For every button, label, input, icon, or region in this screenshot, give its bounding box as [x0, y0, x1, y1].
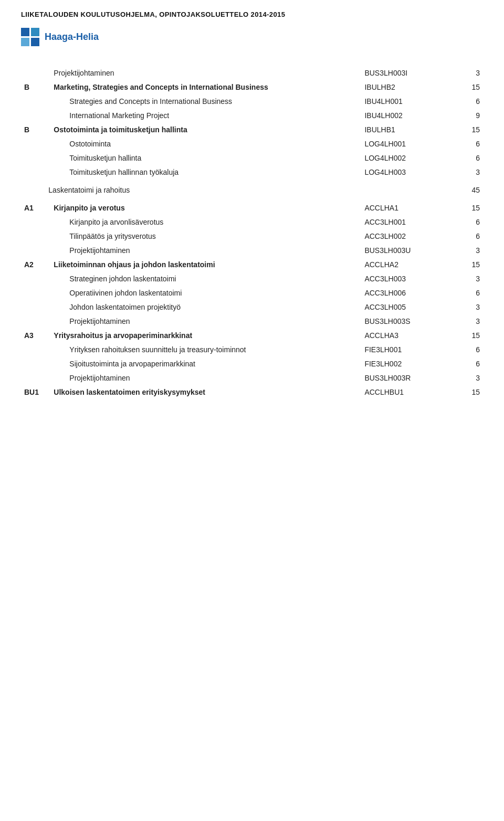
table-row: Kirjanpito ja arvonlisäverotus ACC3LH001… — [21, 215, 483, 229]
row-name: Toimitusketjun hallinta — [45, 151, 361, 165]
row-credits: 3 — [447, 272, 484, 286]
row-name: Tilinpäätös ja yritysverotus — [45, 229, 361, 244]
table-row: Toimitusketjun hallinta LOG4LH002 6 — [21, 151, 483, 165]
row-prefix — [21, 286, 45, 300]
row-credits: 6 — [447, 151, 484, 165]
row-prefix: B — [21, 123, 45, 137]
row-credits: 6 — [447, 215, 484, 229]
row-name: Strateginen johdon laskentatoimi — [45, 272, 361, 286]
row-prefix — [21, 151, 45, 165]
row-name: Kirjanpito ja arvonlisäverotus — [45, 215, 361, 229]
row-prefix — [21, 109, 45, 123]
table-row: Projektijohtaminen BUS3LH003U 3 — [21, 244, 483, 258]
row-prefix: B — [21, 80, 45, 94]
row-name: Yrityksen rahoituksen suunnittelu ja tre… — [45, 343, 361, 357]
row-prefix: A3 — [21, 329, 45, 343]
row-prefix — [21, 94, 45, 109]
section-prefix — [21, 180, 45, 197]
sq1 — [21, 28, 29, 36]
row-code: ACC3LH005 — [361, 300, 446, 314]
row-name: International Marketing Project — [45, 109, 361, 123]
table-row: Tilinpäätös ja yritysverotus ACC3LH002 6 — [21, 229, 483, 244]
row-name: Marketing, Strategies and Concepts in In… — [45, 80, 361, 94]
row-code: BUS3LH003R — [361, 371, 446, 385]
row-code: BUS3LH003I — [361, 66, 446, 80]
table-row: Sijoitustoiminta ja arvopaperimarkkinat … — [21, 357, 483, 371]
row-name: Johdon laskentatoimen projektityö — [45, 300, 361, 314]
row-credits: 15 — [447, 201, 484, 215]
row-credits: 3 — [447, 165, 484, 180]
spacer-row — [21, 197, 483, 201]
row-credits: 15 — [447, 329, 484, 343]
row-name: Ulkoisen laskentatoimen erityiskysymykse… — [45, 385, 361, 399]
table-row: Projektijohtaminen BUS3LH003R 3 — [21, 371, 483, 385]
table-row: International Marketing Project IBU4LH00… — [21, 109, 483, 123]
content-table: Projektijohtaminen BUS3LH003I 3 B Market… — [21, 62, 483, 399]
section-title: Laskentatoimi ja rahoitus — [45, 180, 361, 197]
row-name: Operatiivinen johdon laskentatoimi — [45, 286, 361, 300]
row-prefix: A2 — [21, 258, 45, 272]
row-code: ACCLHBU1 — [361, 385, 446, 399]
row-code: FIE3LH002 — [361, 357, 446, 371]
row-credits: 6 — [447, 94, 484, 109]
row-name: Kirjanpito ja verotus — [45, 201, 361, 215]
row-credits: 15 — [447, 385, 484, 399]
row-prefix — [21, 229, 45, 244]
row-prefix: BU1 — [21, 385, 45, 399]
table-row: Yrityksen rahoituksen suunnittelu ja tre… — [21, 343, 483, 357]
row-code: FIE3LH001 — [361, 343, 446, 357]
row-credits: 15 — [447, 123, 484, 137]
section-header-row: Laskentatoimi ja rahoitus 45 — [21, 180, 483, 197]
row-name: Yritysrahoitus ja arvopaperiminarkkinat — [45, 329, 361, 343]
section-total: 45 — [447, 180, 484, 197]
row-code: ACC3LH002 — [361, 229, 446, 244]
logo-squares — [21, 28, 39, 46]
row-credits: 3 — [447, 371, 484, 385]
row-name: Projektijohtaminen — [45, 66, 361, 80]
row-name: Projektijohtaminen — [45, 314, 361, 329]
page-title: LIIKETALOUDEN KOULUTUSOHJELMA, OPINTOJAK… — [21, 10, 483, 18]
row-name: Toimitusketjun hallinnan työkaluja — [45, 165, 361, 180]
row-credits: 6 — [447, 343, 484, 357]
row-credits: 3 — [447, 300, 484, 314]
logo-text: Haaga-Helia — [45, 31, 99, 43]
row-prefix — [21, 371, 45, 385]
row-credits: 15 — [447, 80, 484, 94]
sq4 — [31, 38, 39, 46]
row-code: ACCLHA3 — [361, 329, 446, 343]
row-name: Projektijohtaminen — [45, 371, 361, 385]
row-code: IBULHB2 — [361, 80, 446, 94]
row-code: IBULHB1 — [361, 123, 446, 137]
row-name: Sijoitustoiminta ja arvopaperimarkkinat — [45, 357, 361, 371]
row-code: ACCLHA1 — [361, 201, 446, 215]
row-name: Ostotoiminta ja toimitusketjun hallinta — [45, 123, 361, 137]
table-row: A2 Liiketoiminnan ohjaus ja johdon laske… — [21, 258, 483, 272]
row-credits: 6 — [447, 229, 484, 244]
row-code: BUS3LH003S — [361, 314, 446, 329]
table-row: A3 Yritysrahoitus ja arvopaperiminarkkin… — [21, 329, 483, 343]
row-credits: 6 — [447, 357, 484, 371]
row-code: ACCLHA2 — [361, 258, 446, 272]
row-prefix — [21, 300, 45, 314]
row-prefix — [21, 137, 45, 151]
table-row: Strateginen johdon laskentatoimi ACC3LH0… — [21, 272, 483, 286]
row-code: ACC3LH006 — [361, 286, 446, 300]
table-row: Projektijohtaminen BUS3LH003I 3 — [21, 66, 483, 80]
row-code: ACC3LH001 — [361, 215, 446, 229]
row-prefix — [21, 314, 45, 329]
row-credits: 15 — [447, 258, 484, 272]
table-row: A1 Kirjanpito ja verotus ACCLHA1 15 — [21, 201, 483, 215]
table-row: Ostotoiminta LOG4LH001 6 — [21, 137, 483, 151]
table-row: Johdon laskentatoimen projektityö ACC3LH… — [21, 300, 483, 314]
table-row: Operatiivinen johdon laskentatoimi ACC3L… — [21, 286, 483, 300]
sq3 — [21, 38, 29, 46]
sq2 — [31, 28, 39, 36]
section-code — [361, 180, 446, 197]
row-code: BUS3LH003U — [361, 244, 446, 258]
table-row: B Marketing, Strategies and Concepts in … — [21, 80, 483, 94]
row-code: ACC3LH003 — [361, 272, 446, 286]
table-row: Toimitusketjun hallinnan työkaluja LOG4L… — [21, 165, 483, 180]
row-prefix — [21, 272, 45, 286]
row-name: Projektijohtaminen — [45, 244, 361, 258]
row-name: Strategies and Concepts in International… — [45, 94, 361, 109]
